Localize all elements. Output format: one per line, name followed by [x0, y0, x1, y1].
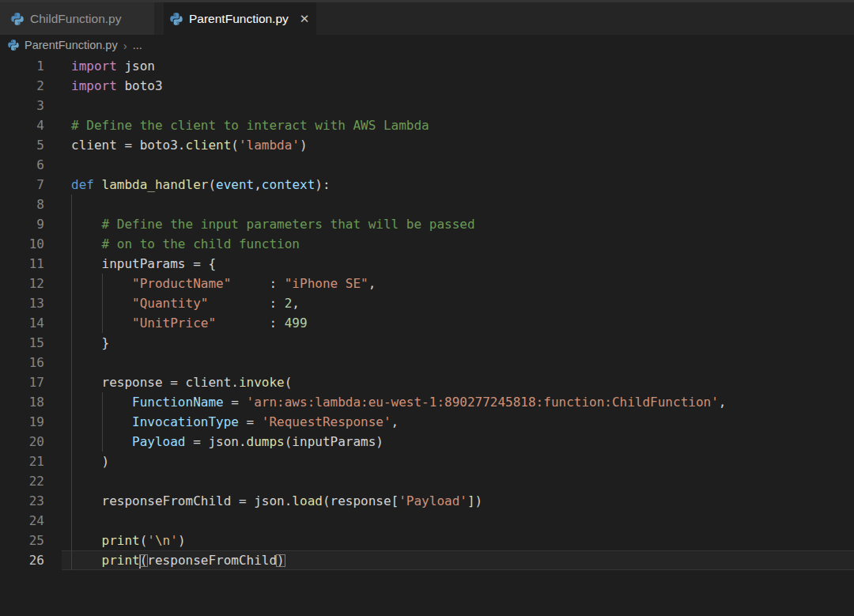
indent-guide: [71, 254, 72, 274]
code-token: boto3: [117, 78, 163, 93]
code-token: (inputParams): [285, 434, 384, 449]
code-line-content: [62, 96, 854, 115]
code-line-content: inputParams = {: [62, 254, 854, 274]
indent-guide: [71, 274, 72, 293]
code-line[interactable]: 6: [0, 155, 854, 175]
code-line[interactable]: 25 print('\n'): [0, 531, 854, 550]
code-token: print: [102, 553, 140, 568]
code-line[interactable]: 20 Payload = json.dumps(inputParams): [0, 432, 854, 452]
indent-guide: [102, 313, 103, 333]
indent-guide: [71, 471, 72, 491]
code-line[interactable]: 18 FunctionName = 'arn:aws:lambda:eu-wes…: [0, 392, 854, 412]
code-token: (response[: [323, 493, 399, 508]
code-line[interactable]: 1import json: [0, 56, 854, 76]
code-line-content: def lambda_handler(event,context):: [62, 175, 854, 195]
indent-guide: [102, 392, 103, 412]
line-number: 13: [0, 293, 44, 313]
code-token: [94, 177, 102, 192]
code-line[interactable]: 8: [0, 195, 854, 214]
code-line[interactable]: 3: [0, 96, 854, 115]
code-token: client: [186, 138, 232, 153]
breadcrumb-symbol[interactable]: ...: [133, 39, 142, 51]
indent-guide: [71, 550, 72, 570]
line-number: 17: [0, 372, 44, 392]
code-token: Payload: [132, 434, 185, 449]
code-line[interactable]: 19 InvocationType = 'RequestResponse',: [0, 412, 854, 432]
line-number: 5: [0, 135, 44, 155]
line-number: 1: [0, 56, 44, 76]
line-number: 10: [0, 234, 44, 254]
code-token: }: [71, 335, 109, 350]
indent-guide: [102, 432, 103, 452]
code-line-content: }: [62, 333, 854, 353]
code-line[interactable]: 11 inputParams = {: [0, 254, 854, 274]
code-token: (: [140, 533, 148, 548]
breadcrumb-file[interactable]: ParentFunction.py: [25, 39, 118, 51]
code-line-content: [62, 471, 854, 491]
code-line-content: [62, 155, 854, 175]
indent-guide: [71, 313, 72, 333]
close-icon[interactable]: ✕: [300, 13, 310, 25]
code-line[interactable]: 10 # on to the child function: [0, 234, 854, 254]
code-token: json: [117, 59, 155, 74]
code-line-content: # on to the child function: [62, 234, 854, 254]
code-token: [71, 553, 102, 568]
line-number: 15: [0, 333, 44, 353]
code-line[interactable]: 13 "Quantity" : 2,: [0, 293, 854, 313]
code-token: import: [71, 59, 117, 74]
line-number: 16: [0, 353, 44, 372]
code-line[interactable]: 9 # Define the input parameters that wil…: [0, 214, 854, 234]
code-token: ]): [467, 493, 482, 508]
code-line[interactable]: 21 ): [0, 452, 854, 471]
code-line[interactable]: 4# Define the client to interact with AW…: [0, 115, 854, 135]
code-line-content: ): [62, 452, 854, 471]
code-line[interactable]: 15 }: [0, 333, 854, 353]
code-line-content: [62, 195, 854, 214]
code-token: response = client.: [71, 375, 239, 390]
code-token: "ProductName": [132, 276, 231, 291]
code-token: # Define the client to interact with AWS…: [71, 118, 429, 133]
line-number: 4: [0, 115, 44, 135]
code-token: "Quantity": [132, 296, 208, 311]
code-token: :: [208, 296, 284, 311]
code-line-content: print('\n'): [62, 531, 854, 550]
code-line[interactable]: 5client = boto3.client('lambda'): [0, 135, 854, 155]
code-line[interactable]: 26 print(responseFromChild): [0, 550, 854, 570]
code-line[interactable]: 16: [0, 353, 854, 372]
code-token: # on to the child function: [71, 236, 300, 251]
indent-guide: [71, 531, 72, 550]
code-editor[interactable]: 1import json2import boto334# Define the …: [0, 55, 854, 570]
indent-guide: [71, 452, 72, 471]
indent-guide: [71, 353, 72, 372]
code-line[interactable]: 12 "ProductName" : "iPhone SE",: [0, 274, 854, 293]
code-token: = json.: [186, 434, 247, 449]
code-line-content: FunctionName = 'arn:aws:lambda:eu-west-1…: [62, 392, 854, 412]
code-token: responseFromChild: [147, 553, 277, 568]
line-number: 3: [0, 96, 44, 115]
line-number: 21: [0, 452, 44, 471]
code-line[interactable]: 7def lambda_handler(event,context):: [0, 175, 854, 195]
indent-guide: [71, 412, 72, 432]
tab-childfunction[interactable]: ChildFunction.py: [0, 2, 154, 35]
code-line[interactable]: 2import boto3: [0, 76, 854, 96]
tab-parentfunction[interactable]: ParentFunction.py ✕: [164, 2, 316, 35]
code-line[interactable]: 23 responseFromChild = json.load(respons…: [0, 491, 854, 511]
line-number: 18: [0, 392, 44, 412]
tab-label: ChildFunction.py: [30, 12, 121, 26]
code-token: (: [208, 177, 216, 192]
code-line[interactable]: 14 "UnitPrice" : 499: [0, 313, 854, 333]
line-number: 26: [0, 550, 44, 570]
code-line[interactable]: 22: [0, 471, 854, 491]
tab-label: ParentFunction.py: [189, 12, 289, 26]
code-token: client = boto3.: [71, 138, 186, 153]
indent-guide: [71, 372, 72, 392]
code-token: ,: [719, 395, 727, 410]
indent-guide: [102, 412, 103, 432]
code-line[interactable]: 24: [0, 511, 854, 531]
code-line[interactable]: 17 response = client.invoke(: [0, 372, 854, 392]
indent-guide: [71, 214, 72, 234]
code-line-content: InvocationType = 'RequestResponse',: [62, 412, 854, 432]
code-token: ,: [391, 414, 399, 429]
code-token: ,: [254, 177, 262, 192]
line-number: 19: [0, 412, 44, 432]
